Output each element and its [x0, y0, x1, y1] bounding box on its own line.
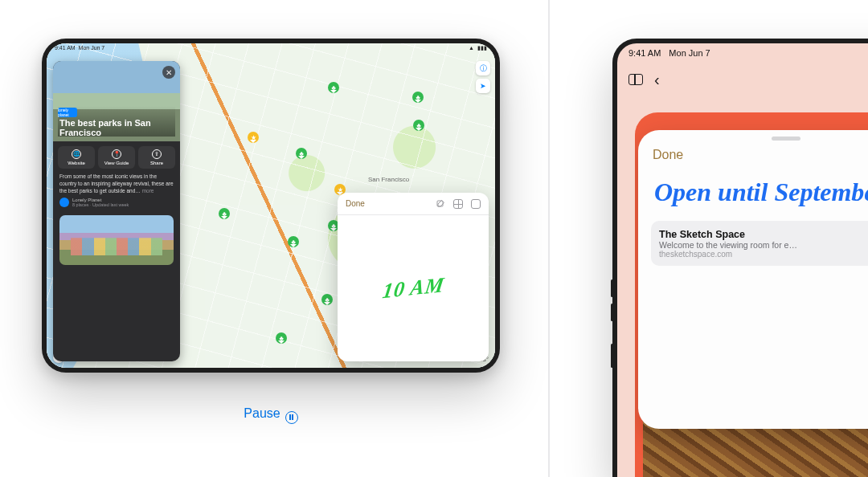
note-toolbar: Done •••: [638, 144, 868, 171]
handwriting-text: 10 AM: [381, 273, 446, 304]
status-time: 9:41 AM: [55, 45, 76, 51]
guide-title: The best parks in San Francisco: [59, 118, 174, 138]
table-icon[interactable]: [453, 199, 463, 209]
guide-place-thumbnail[interactable]: [59, 215, 174, 265]
map-city-label: San Francisco: [368, 176, 409, 183]
link-title: The Sketch Space: [659, 229, 868, 240]
quick-note-toolbar: Done: [338, 193, 489, 215]
map-info-button[interactable]: ⓘ: [476, 61, 490, 75]
device-side-button: [611, 304, 613, 321]
handwriting-text: Open until September 28: [638, 171, 868, 216]
close-icon[interactable]: ✕: [162, 66, 175, 79]
status-date: Mon Jun 7: [79, 45, 105, 51]
pause-icon: [285, 411, 298, 424]
status-bar-left: 9:41 AM Mon Jun 7 ▲▮▮▮: [47, 43, 495, 56]
status-time: 9:41 AM: [628, 48, 661, 66]
sidebar-toggle-icon[interactable]: [628, 74, 643, 85]
guide-view-button[interactable]: 📍View Guide: [98, 146, 135, 169]
card-divider: [548, 0, 550, 477]
drag-handle[interactable]: [772, 137, 800, 141]
guide-share-button[interactable]: ⇪Share: [138, 146, 175, 169]
globe-icon: 🌐: [72, 149, 81, 159]
status-indicators: ▲▮▮▮: [465, 45, 487, 56]
guide-source-avatar: [59, 198, 69, 207]
pause-button[interactable]: Pause: [42, 406, 500, 424]
device-side-button: [611, 344, 613, 368]
link-domain: thesketchspace.com: [659, 250, 868, 259]
safari-page[interactable]: Done ••• Open until September 28 The Ske…: [635, 112, 868, 477]
map-pin-star[interactable]: ★: [248, 132, 259, 143]
quick-note-body[interactable]: 10 AM: [338, 215, 489, 361]
guide-source-row[interactable]: Lonely Planet 8 places · Updated last we…: [53, 198, 180, 212]
map-pin-park[interactable]: ♣: [288, 236, 299, 247]
status-date: Mon Jun 7: [669, 48, 710, 66]
guide-website-button[interactable]: 🌐Website: [58, 146, 95, 169]
maps-guide-card[interactable]: ✕ lonely planet The best parks in San Fr…: [53, 61, 180, 361]
guide-description: From some of the most iconic views in th…: [53, 173, 180, 198]
link-subtitle: Welcome to the viewing room for e…: [659, 240, 868, 250]
map-pin-park[interactable]: ♣: [321, 294, 333, 305]
ipad-right-device: 9:41 AM Mon Jun 7 ‹ Done •••: [612, 39, 868, 477]
map-pin-park[interactable]: ♣: [412, 92, 424, 103]
ipad-left-screen: San Francisco ★♣★♣♣♣♣♣♣♣♣ ⓘ ➤ 63° 9:41 A…: [47, 43, 495, 368]
checklist-icon[interactable]: [471, 199, 481, 209]
guide-more-link[interactable]: more: [142, 188, 154, 194]
guide-action-row: 🌐Website 📍View Guide ⇪Share: [53, 141, 180, 173]
quick-note-popover[interactable]: Done 10 AM: [338, 193, 489, 361]
done-button[interactable]: Done: [346, 199, 365, 208]
map-locate-button[interactable]: ➤: [476, 79, 490, 93]
done-button[interactable]: Done: [653, 148, 683, 162]
compose-icon[interactable]: [436, 199, 445, 209]
map-pin-park[interactable]: ♣: [219, 208, 230, 219]
quick-note-card[interactable]: Done ••• Open until September 28 The Ske…: [638, 130, 868, 429]
note-link-preview[interactable]: The Sketch Space Welcome to the viewing …: [651, 221, 868, 266]
map-pin-park[interactable]: ♣: [296, 148, 307, 159]
safari-toolbar: ‹: [617, 66, 868, 93]
device-side-button: [611, 279, 613, 297]
guide-source-meta: 8 places · Updated last week: [72, 202, 129, 207]
ipad-left-device: San Francisco ★♣★♣♣♣♣♣♣♣♣ ⓘ ➤ 63° 9:41 A…: [42, 39, 500, 373]
share-icon: ⇪: [152, 149, 162, 159]
map-pin-park[interactable]: ♣: [328, 82, 339, 93]
guide-hero-image: ✕ lonely planet The best parks in San Fr…: [53, 61, 180, 141]
map-pin-park[interactable]: ♣: [413, 120, 424, 131]
ipad-right-screen: 9:41 AM Mon Jun 7 ‹ Done •••: [617, 43, 868, 477]
map-pin-park[interactable]: ♣: [276, 332, 287, 344]
guide-icon: 📍: [112, 149, 121, 159]
status-bar-right: 9:41 AM Mon Jun 7: [617, 43, 868, 66]
pause-label: Pause: [244, 406, 280, 420]
back-icon[interactable]: ‹: [654, 71, 660, 88]
guide-source-logo: lonely planet: [58, 108, 77, 117]
